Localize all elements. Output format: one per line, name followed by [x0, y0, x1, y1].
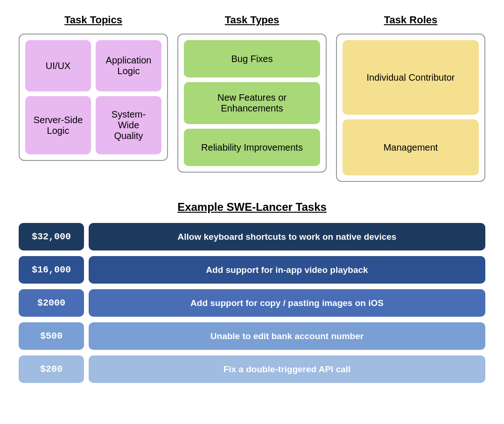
task-topics-box: UI/UX Application Logic Server-Side Logi…	[19, 34, 168, 161]
task-price-0: $32,000	[19, 223, 84, 250]
task-row-4: $200 Fix a double-triggered API call	[19, 355, 485, 383]
task-types-column: Task Types Bug Fixes New Features or Enh…	[177, 14, 327, 182]
task-topics-column: Task Topics UI/UX Application Logic Serv…	[19, 14, 168, 182]
task-desc-3: Unable to edit bank account number	[89, 322, 485, 350]
task-types-box: Bug Fixes New Features or Enhancements R…	[177, 34, 327, 173]
task-price-4: $200	[19, 355, 84, 383]
examples-title: Example SWE-Lancer Tasks	[19, 201, 485, 214]
task-row-3: $500 Unable to edit bank account number	[19, 322, 485, 350]
task-topics-title: Task Topics	[64, 14, 122, 26]
task-roles-title: Task Roles	[384, 14, 438, 26]
task-roles-box: Individual Contributor Management	[336, 34, 485, 182]
topic-cell-uiux: UI/UX	[25, 40, 91, 91]
topic-cell-serverlogic: Server-Side Logic	[25, 96, 91, 154]
task-price-1: $16,000	[19, 256, 84, 284]
role-cell-management: Management	[343, 119, 479, 175]
task-price-3: $500	[19, 322, 84, 350]
task-desc-1: Add support for in-app video playback	[89, 256, 485, 284]
task-topics-grid: UI/UX Application Logic Server-Side Logi…	[25, 40, 161, 154]
task-row-1: $16,000 Add support for in-app video pla…	[19, 256, 485, 284]
task-types-title: Task Types	[225, 14, 280, 26]
task-price-2: $2000	[19, 289, 84, 317]
task-desc-0: Allow keyboard shortcuts to work on nati…	[89, 223, 485, 250]
taxonomy-section: Task Topics UI/UX Application Logic Serv…	[19, 14, 485, 182]
type-cell-bugfixes: Bug Fixes	[184, 40, 320, 77]
type-cell-reliability: Reliability Improvements	[184, 129, 320, 166]
role-cell-individual: Individual Contributor	[343, 40, 479, 115]
topic-cell-applogic: Application Logic	[96, 40, 161, 91]
task-desc-2: Add support for copy / pasting images on…	[89, 289, 485, 317]
task-desc-4: Fix a double-triggered API call	[89, 355, 485, 383]
topic-cell-systemquality: System-Wide Quality	[96, 96, 161, 154]
task-types-list: Bug Fixes New Features or Enhancements R…	[184, 40, 320, 166]
type-cell-newfeatures: New Features or Enhancements	[184, 82, 320, 124]
task-row-2: $2000 Add support for copy / pasting ima…	[19, 289, 485, 317]
task-row-0: $32,000 Allow keyboard shortcuts to work…	[19, 223, 485, 250]
task-roles-list: Individual Contributor Management	[343, 40, 479, 175]
task-roles-column: Task Roles Individual Contributor Manage…	[336, 14, 485, 182]
examples-section: Example SWE-Lancer Tasks $32,000 Allow k…	[19, 201, 485, 389]
